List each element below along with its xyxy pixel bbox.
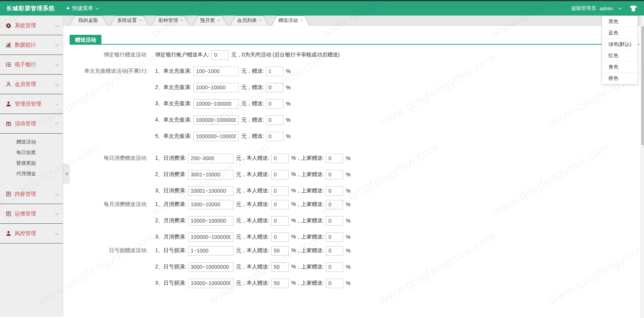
value-input[interactable] (266, 115, 283, 125)
sidebar-item-e-bank[interactable]: 电子银行 (0, 55, 63, 75)
sidebar-submenu: 赠送活动每日加奖晋级奖励代理佣金 (0, 134, 63, 184)
value-input[interactable] (271, 246, 289, 256)
value-input[interactable] (326, 262, 343, 272)
after-text: % (346, 171, 350, 178)
sidebar-item-system-management[interactable]: 系统管理 (0, 16, 63, 35)
value-input[interactable] (271, 279, 289, 288)
after-text: % (286, 117, 291, 123)
range-input[interactable] (193, 99, 239, 109)
tab-lottery-management[interactable]: 彩种管理× (151, 16, 190, 25)
after-text: 元，本人赠送: (236, 201, 269, 208)
value-input[interactable] (326, 246, 343, 256)
range-input[interactable] (193, 115, 239, 125)
range-input[interactable] (188, 262, 233, 272)
range-input[interactable] (193, 67, 239, 76)
value-input[interactable] (271, 232, 289, 242)
form-row: 2、单次充值满:元，赠送:% (70, 83, 639, 92)
sidebar-collapse-handle[interactable] (63, 164, 69, 184)
field-label: 1、日消费满: (155, 155, 186, 162)
theme-option-yellow[interactable]: 黄色 (602, 61, 638, 73)
value-input[interactable] (271, 200, 289, 209)
range-input[interactable] (193, 132, 239, 141)
tab-gift-activity[interactable]: 赠送活动× (271, 16, 310, 25)
sidebar-item-member-management[interactable]: 会员管理 (0, 75, 63, 94)
value-input[interactable] (326, 232, 343, 242)
group-label: 每日消费赠送活动: (70, 155, 148, 162)
sidebar-subitem-level-reward[interactable]: 晋级奖励 (0, 158, 63, 168)
value-input[interactable] (271, 216, 289, 226)
theme-option-blue[interactable]: 蓝色 (602, 27, 638, 39)
value-input[interactable] (271, 262, 289, 272)
sidebar-item-risk-management[interactable]: 风控管理 (0, 224, 63, 243)
value-input[interactable] (266, 132, 283, 141)
theme-option-black[interactable]: 黑色 (602, 16, 638, 27)
range-input[interactable] (188, 186, 233, 196)
sidebar-item-activity-management[interactable]: 活动管理 (0, 114, 63, 134)
sidebar-item-content-management[interactable]: 内容管理 (0, 184, 63, 204)
after-text: % (346, 264, 350, 270)
close-icon[interactable]: × (300, 18, 303, 23)
value-input[interactable] (326, 200, 343, 209)
group-label: 单次充值赠送活动(不累计): (70, 68, 148, 75)
value-input[interactable] (271, 186, 289, 196)
theme-option-green-default[interactable]: 绿色(默认) (602, 39, 638, 50)
value-input[interactable] (326, 216, 343, 226)
after-text: %，上家赠送: (291, 201, 324, 208)
value-input[interactable] (271, 170, 289, 179)
range-input[interactable] (193, 83, 239, 92)
content-doc-icon (6, 191, 11, 197)
username-dropdown[interactable]: admin (600, 6, 613, 11)
sidebar-item-ops-management[interactable]: 运维管理 (0, 204, 63, 224)
range-input[interactable] (188, 170, 233, 179)
tab-pre-draw[interactable]: 预开奖× (193, 16, 227, 25)
close-icon[interactable]: × (180, 18, 183, 23)
after-text: % (346, 280, 350, 286)
value-input[interactable] (266, 99, 283, 109)
value-input[interactable] (326, 154, 343, 163)
tab-my-desktop[interactable]: 我的桌面 (69, 16, 107, 25)
theme-option-red[interactable]: 红色 (602, 50, 638, 61)
value-input[interactable] (212, 50, 229, 60)
range-input[interactable] (188, 200, 233, 209)
value-input[interactable] (271, 154, 289, 163)
sidebar-item-admin-management[interactable]: 管理员管理 (0, 94, 63, 114)
value-input[interactable] (326, 186, 343, 196)
value-input[interactable] (326, 279, 343, 288)
after-text: % (286, 68, 291, 74)
sidebar-subitem-gift-activity[interactable]: 赠送活动 (0, 137, 63, 147)
sidebar-item-data-stats[interactable]: 数据统计 (0, 35, 63, 55)
value-input[interactable] (326, 170, 343, 179)
field-label: 3、日消费满: (155, 187, 186, 194)
quick-menu-button[interactable]: + 快捷菜单 (66, 5, 98, 12)
range-input[interactable] (188, 279, 233, 288)
app-body: 系统管理数据统计电子银行会员管理管理员管理活动管理赠送活动每日加奖晋级奖励代理佣… (0, 16, 644, 317)
range-input[interactable] (188, 216, 233, 226)
tab-member-list[interactable]: 会员列表× (230, 16, 269, 25)
sidebar-subitem-daily-bonus[interactable]: 每日加奖 (0, 147, 63, 158)
value-input[interactable] (266, 67, 283, 76)
after-text: %，上家赠送: (291, 263, 324, 270)
value-input[interactable] (266, 83, 283, 92)
theme-option-orange[interactable]: 橙色 (602, 73, 638, 84)
range-input[interactable] (188, 232, 233, 242)
form-row: 3、月消费满:元，本人赠送:%，上家赠送:% (70, 232, 639, 242)
range-input[interactable] (188, 154, 233, 163)
close-icon[interactable]: × (259, 18, 261, 23)
after-text: % (346, 155, 350, 161)
section-header: 赠送活动 (70, 34, 639, 45)
close-icon[interactable]: × (139, 18, 142, 23)
sidebar-subitem-agent-commission[interactable]: 代理佣金 (0, 168, 63, 179)
chevron-down-icon (55, 211, 59, 215)
chart-icon (6, 42, 11, 48)
scrollbar-thumb[interactable] (641, 26, 644, 145)
after-text: % (286, 133, 291, 139)
close-icon[interactable]: × (217, 18, 220, 23)
field-label: 2、月消费满: (155, 217, 186, 224)
field-label: 1、单次充值满: (155, 68, 191, 75)
after-text: 元，本人赠送: (236, 155, 269, 162)
tab-system-settings[interactable]: 系统设置× (110, 16, 149, 25)
tshirt-theme-icon[interactable] (630, 5, 637, 12)
chevron-down-icon (55, 192, 59, 195)
range-input[interactable] (188, 246, 233, 256)
after-text: 元，赠送: (241, 68, 264, 75)
